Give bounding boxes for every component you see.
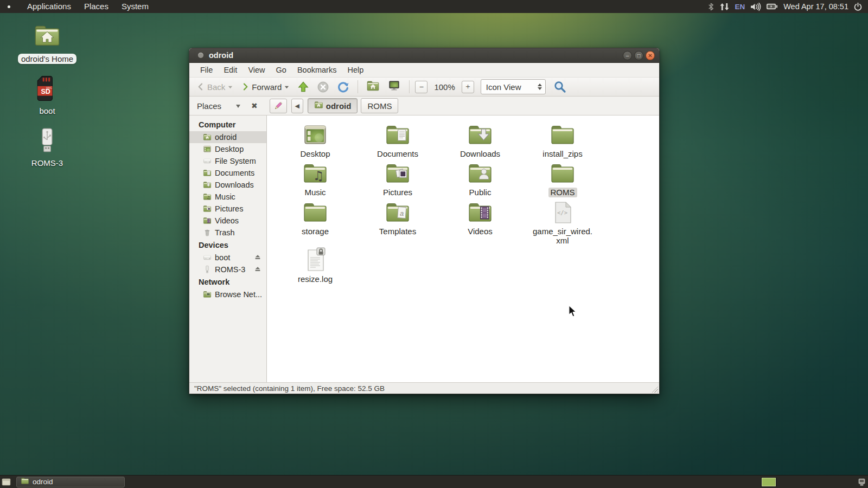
show-desktop-button[interactable]	[0, 476, 12, 488]
sidebar-item-boot[interactable]: boot	[189, 252, 266, 264]
trash-icon	[203, 228, 212, 237]
battery-icon[interactable]	[766, 3, 778, 10]
breadcrumb-odroid[interactable]: odroid	[308, 98, 358, 113]
pencil-icon	[273, 100, 284, 111]
sidebar-item-downloads[interactable]: Downloads	[189, 179, 266, 191]
desktop-icon	[302, 122, 328, 148]
zoom-in-button[interactable]: ＋	[462, 81, 474, 93]
taskbar-item-odroid[interactable]: odroid	[16, 477, 125, 487]
places-sidebar: Computer odroid Desktop File System Docu…	[189, 115, 267, 382]
folder-icon	[302, 200, 328, 226]
back-button[interactable]: Back	[194, 80, 236, 93]
file-item-install-zips[interactable]: install_zips	[521, 120, 604, 158]
folder-templates-icon: a	[385, 200, 411, 226]
svg-text:</>: </>	[557, 209, 567, 216]
file-item-videos[interactable]: Videos	[439, 198, 521, 246]
sidebar-item-videos[interactable]: Videos	[189, 215, 266, 227]
file-name: Pictures	[381, 188, 414, 197]
close-side-pane-button[interactable]: ✖	[248, 101, 261, 110]
file-name: ROMS	[548, 188, 577, 197]
forward-button[interactable]: Forward	[238, 80, 292, 93]
sidebar-item-label: boot	[215, 253, 230, 262]
menu-system[interactable]: System	[115, 0, 155, 13]
path-scroll-left-button[interactable]: ◀	[291, 99, 303, 113]
keyboard-layout-indicator[interactable]: EN	[735, 3, 745, 11]
bottom-panel: odroid	[0, 475, 868, 488]
svg-text:MMC: MMC	[46, 87, 53, 89]
refresh-button[interactable]	[334, 79, 352, 95]
menu-places[interactable]: Places	[78, 0, 115, 13]
file-item-documents[interactable]: Documents	[356, 120, 439, 158]
file-item-game-sir-wired-xml[interactable]: </> game_sir_wired.xml	[521, 198, 604, 246]
file-item-roms[interactable]: ROMS	[521, 159, 604, 197]
side-pane-mode-select[interactable]: Places	[194, 101, 248, 111]
desktop-icon-odroid-s-home[interactable]: odroid's Home	[11, 22, 84, 64]
eject-button[interactable]	[254, 254, 261, 261]
sidebar-item-file-system[interactable]: File System	[189, 155, 266, 167]
minimize-button[interactable]: –	[623, 51, 632, 60]
breadcrumb-roms[interactable]: ROMS	[361, 98, 398, 113]
desktop-icon-roms-3[interactable]: ROMS-3	[11, 127, 84, 168]
file-item-templates[interactable]: a Templates	[356, 198, 439, 246]
menu-applications[interactable]: Applications	[21, 0, 78, 13]
search-button[interactable]	[553, 80, 566, 93]
sidebar-item-documents[interactable]: Documents	[189, 167, 266, 179]
network-arrows-icon[interactable]	[719, 2, 730, 11]
file-item-music[interactable]: ♫ Music	[274, 159, 356, 197]
file-item-downloads[interactable]: Downloads	[439, 120, 521, 158]
sidebar-item-trash[interactable]: Trash	[189, 227, 266, 239]
desktop-button[interactable]	[385, 78, 404, 96]
sidebar-section-network: Network	[189, 275, 266, 288]
edit-path-button[interactable]	[270, 99, 287, 113]
zoom-out-button[interactable]: −	[415, 81, 427, 93]
maximize-button[interactable]: □	[634, 51, 643, 60]
toolbar: Back Forward − 100% ＋ Icon View	[189, 77, 659, 97]
view-mode-select[interactable]: Icon View	[481, 79, 546, 94]
menu-bookmarks[interactable]: Bookmarks	[292, 66, 342, 74]
folder-view[interactable]: Desktop Documents Downloads install_zips…	[267, 115, 659, 382]
up-button[interactable]	[295, 79, 312, 95]
sidebar-item-label: Documents	[215, 169, 254, 177]
file-item-public[interactable]: Public	[439, 159, 521, 197]
file-item-desktop[interactable]: Desktop	[274, 120, 356, 158]
file-item-resize-log[interactable]: resize.log	[274, 246, 356, 284]
svg-text:a: a	[400, 209, 404, 217]
window-titlebar[interactable]: odroid – □ ✕	[189, 48, 659, 63]
home-button[interactable]	[363, 78, 382, 96]
file-grid: Desktop Documents Downloads install_zips…	[274, 120, 608, 284]
sidebar-item-roms-3[interactable]: ROMS-3	[189, 264, 266, 275]
folder-documents-icon	[385, 122, 411, 148]
sidebar-item-music[interactable]: ♫ Music	[189, 191, 266, 203]
usb-drive-icon	[34, 127, 61, 156]
file-name: storage	[299, 227, 331, 236]
sidebar-item-desktop[interactable]: Desktop	[189, 143, 266, 155]
sidebar-section-devices: Devices	[189, 239, 266, 252]
menu-edit[interactable]: Edit	[218, 66, 242, 74]
file-item-pictures[interactable]: Pictures	[356, 159, 439, 197]
sidebar-item-browse-net-[interactable]: Browse Net...	[189, 288, 266, 300]
menu-help[interactable]: Help	[342, 66, 369, 74]
workspace-switcher[interactable]	[762, 478, 776, 486]
resize-grip[interactable]	[652, 386, 658, 393]
volume-icon[interactable]	[750, 2, 761, 11]
bluetooth-icon[interactable]	[707, 2, 714, 11]
sidebar-item-label: ROMS-3	[215, 265, 245, 274]
tray-drive-icon[interactable]	[858, 478, 866, 486]
close-button[interactable]: ✕	[646, 51, 655, 60]
up-arrow-icon	[297, 80, 309, 93]
file-name: Public	[467, 188, 494, 197]
desktop-icon-boot[interactable]: SDMMC boot	[11, 75, 84, 116]
file-name: resize.log	[296, 274, 335, 284]
eject-button[interactable]	[254, 266, 261, 273]
distro-menu-icon[interactable]	[4, 2, 14, 12]
menu-file[interactable]: File	[195, 66, 218, 74]
menu-view[interactable]: View	[242, 66, 270, 74]
home-folder-icon	[366, 79, 380, 94]
sidebar-item-pictures[interactable]: Pictures	[189, 203, 266, 215]
file-item-storage[interactable]: storage	[274, 198, 356, 246]
stop-button[interactable]	[314, 79, 332, 95]
menu-go[interactable]: Go	[271, 66, 292, 74]
sidebar-item-odroid[interactable]: odroid	[189, 131, 266, 143]
power-icon[interactable]	[853, 2, 863, 11]
clock[interactable]: Wed Apr 17, 08:51	[783, 2, 848, 11]
